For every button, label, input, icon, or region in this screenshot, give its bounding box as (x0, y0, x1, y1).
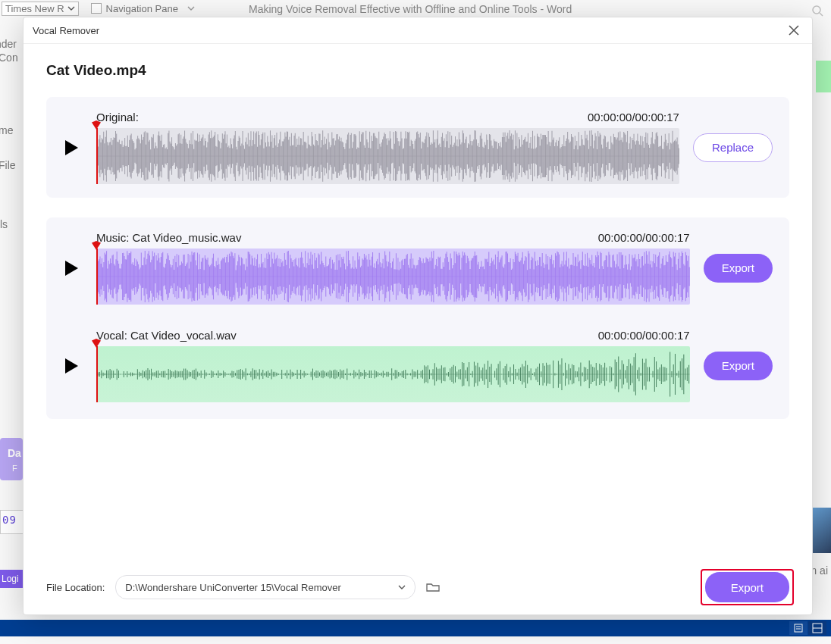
play-button-vocal[interactable] (60, 355, 83, 377)
waveform-original[interactable] (96, 128, 679, 184)
waveform-vocal[interactable] (96, 346, 690, 402)
font-select: Times New R (2, 2, 79, 16)
play-icon (65, 140, 78, 155)
bg-fragment: me (0, 124, 13, 136)
track-vocal: Vocal: Cat Video_vocal.wav 00:00:00/00:0… (60, 329, 773, 402)
track-time: 00:00:00/00:00:17 (598, 231, 690, 244)
bg-fragment (810, 508, 831, 553)
bg-fragment: File (0, 159, 16, 171)
track-label: Music: Cat Video_music.wav (96, 231, 241, 244)
play-icon (65, 261, 78, 276)
chevron-down-icon (398, 583, 406, 591)
svg-point-0 (813, 6, 820, 14)
dialog-title: Vocal Remover (33, 25, 99, 36)
file-location-label: File Location: (46, 582, 105, 593)
waveform-music[interactable] (96, 249, 690, 305)
folder-icon (426, 582, 440, 592)
track-label: Original: (96, 111, 139, 123)
play-icon (65, 358, 78, 374)
search-icon (811, 5, 823, 17)
close-button[interactable] (785, 21, 803, 39)
bg-fragment: Logi (0, 570, 23, 588)
svg-rect-1 (795, 624, 802, 632)
nav-pane-checkbox (91, 3, 102, 14)
bg-fragment: Da F (0, 438, 23, 480)
track-label: Vocal: Cat Video_vocal.wav (96, 329, 237, 342)
close-icon (789, 25, 799, 36)
dialog-header: Vocal Remover (24, 17, 812, 44)
results-panel: Music: Cat Video_music.wav 00:00:00/00:0… (46, 217, 789, 419)
export-all-button[interactable]: Export (705, 572, 789, 602)
play-button-original[interactable] (60, 136, 83, 159)
status-icon (789, 621, 807, 635)
dialog-footer: File Location: D:\Wondershare UniConvert… (46, 572, 789, 602)
open-folder-button[interactable] (426, 582, 440, 592)
track-original: Original: 00:00:00/00:00:17 Replace (60, 111, 773, 184)
bg-fragment: Con (0, 52, 18, 64)
font-name: Times New R (5, 3, 64, 14)
file-location-select[interactable]: D:\Wondershare UniConverter 15\Vocal Rem… (115, 575, 416, 599)
bg-fragment (816, 61, 831, 92)
status-icon (808, 621, 826, 635)
word-status-bar (0, 620, 831, 636)
track-music: Music: Cat Video_music.wav 00:00:00/00:0… (60, 231, 773, 305)
chevron-down-icon (67, 5, 75, 12)
chevron-down-icon (187, 5, 195, 12)
file-location-path: D:\Wondershare UniConverter 15\Vocal Rem… (125, 582, 340, 593)
track-time: 00:00:00/00:00:17 (588, 111, 679, 123)
bg-fragment: 09 (0, 510, 24, 534)
bg-fragment: nder (0, 38, 17, 50)
original-panel: Original: 00:00:00/00:00:17 Replace (46, 97, 789, 198)
replace-button[interactable]: Replace (693, 133, 773, 162)
nav-pane-label: Navigation Pane (106, 3, 178, 14)
export-button-music[interactable]: Export (704, 254, 773, 283)
vocal-remover-dialog: Vocal Remover Cat Video.mp4 Original: 00… (23, 17, 813, 615)
bg-fragment: ls (0, 218, 8, 230)
file-title: Cat Video.mp4 (46, 62, 789, 79)
play-button-music[interactable] (60, 257, 83, 280)
track-time: 00:00:00/00:00:17 (598, 329, 690, 342)
export-button-vocal[interactable]: Export (704, 352, 773, 380)
word-window-title: Making Voice Removal Effective with Offl… (249, 3, 572, 15)
